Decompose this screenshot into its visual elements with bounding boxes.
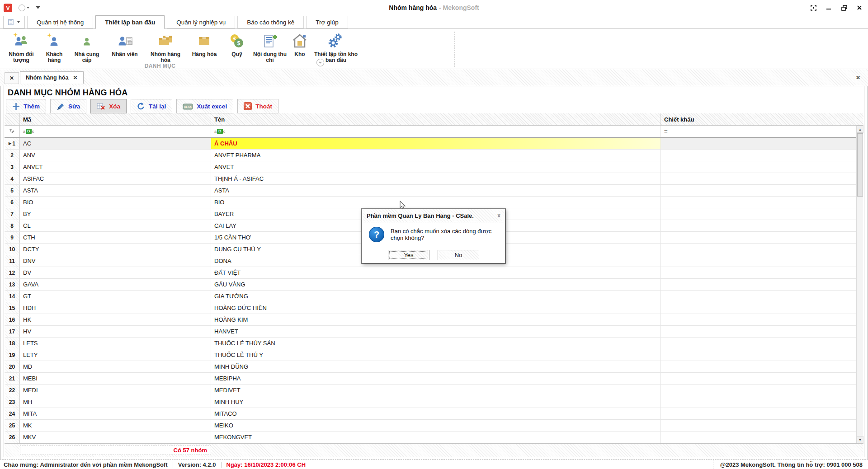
row-number[interactable]: 20 [5,361,20,372]
cell-ten[interactable]: ANVET PHARMA [211,150,661,161]
ribbon-tab-bao-cao-thong-ke[interactable]: Báo cáo thống kê [237,16,304,28]
cell-chiet-khau[interactable] [661,349,856,361]
cell-ten[interactable]: MEBIPHA [211,373,661,384]
cell-ten[interactable]: HOÀNG ĐỨC HIỀN [211,302,661,314]
cell-chiet-khau[interactable] [661,208,856,220]
cell-ma[interactable]: DCTY [20,244,211,255]
cell-ten[interactable]: MEIKO [211,420,661,431]
cell-ma[interactable]: ASTA [20,185,211,196]
cell-chiet-khau[interactable] [661,373,856,384]
cell-ma[interactable]: BIO [20,197,211,208]
cell-ma[interactable]: ANV [20,150,211,161]
scroll-down-icon[interactable]: ▼ [857,436,863,443]
restore-icon[interactable] [841,5,847,11]
close-icon[interactable] [856,5,863,11]
scrollbar-thumb[interactable] [857,133,863,197]
cell-chiet-khau[interactable] [661,220,856,231]
cell-ten[interactable]: HANVET [211,326,661,337]
ribbon-item-nhom-hang-hoa[interactable]: Nhóm hàng hóa [145,31,186,64]
cell-ten[interactable]: MINH DŨNG [211,361,661,372]
fullscreen-icon[interactable] [810,5,816,11]
cell-ma[interactable]: LETY [20,349,211,361]
ribbon-item-quy[interactable]: €$Quỹ [222,31,251,58]
table-row-md[interactable]: 20MDMINH DŨNG [5,361,863,373]
ribbon-item-nha-cung-cap[interactable]: Nhà cung cấp [69,31,105,64]
cell-ma[interactable]: AC [20,138,211,149]
them-button[interactable]: Thêm [6,99,46,113]
thoat-button[interactable]: Thoát [237,99,278,113]
cell-ma[interactable]: HDH [20,302,211,314]
cell-ma[interactable]: HV [20,326,211,337]
cell-ten[interactable]: BIO [211,197,661,208]
cell-ma[interactable]: CTH [20,232,211,243]
filter-input-chiet-khau[interactable]: = [661,126,856,137]
cell-ten[interactable]: ASTA [211,185,661,196]
cell-ma[interactable]: BY [20,208,211,220]
table-row-asifac[interactable]: 4ASIFACTHỊNH Á - ASIFAC [5,173,863,185]
ribbon-item-nhom-doi-tuong[interactable]: Nhóm đối tượng [3,31,40,64]
ribbon-item-khach-hang[interactable]: Khách hàng [40,31,69,64]
cell-ma[interactable]: HK [20,314,211,325]
cell-chiet-khau[interactable] [661,185,856,196]
minimize-icon[interactable] [826,5,832,11]
no-button[interactable]: No [438,250,479,260]
tab-close-icon[interactable]: ✕ [73,75,77,80]
cell-ma[interactable]: MD [20,361,211,372]
cell-ten[interactable]: THUỐC LẺ THỦY SẢN [211,338,661,349]
tab-nhom-hang-hoa[interactable]: Nhóm hàng hóa ✕ [20,71,84,84]
row-number[interactable]: 6 [5,197,20,208]
cell-ma[interactable]: GAVA [20,279,211,290]
table-row-hv[interactable]: 17HVHANVET [5,326,863,338]
cell-ma[interactable]: DNV [20,255,211,267]
row-number[interactable]: 2 [5,150,20,161]
row-number[interactable]: 5 [5,185,20,196]
table-row-gava[interactable]: 13GAVAGẤU VÀNG [5,279,863,291]
cell-chiet-khau[interactable] [661,420,856,431]
cell-chiet-khau[interactable] [661,255,856,267]
grid-header-ma[interactable]: Mã [20,113,211,125]
cell-chiet-khau[interactable] [661,138,856,149]
xuat-excel-button[interactable]: XLSXXuất excel [176,99,233,113]
table-row-hk[interactable]: 16HKHOÀNG KIM [5,314,863,326]
profile-menu-button[interactable] [19,5,29,11]
cell-ma[interactable]: MITA [20,408,211,419]
cell-chiet-khau[interactable] [661,338,856,349]
cell-ma[interactable]: MH [20,396,211,408]
row-number[interactable]: 7 [5,208,20,220]
row-number[interactable]: 21 [5,373,20,384]
cell-ten[interactable]: GIA TƯỜNG [211,291,661,302]
row-number[interactable]: 16 [5,314,20,325]
table-row-mk[interactable]: 25MKMEIKO [5,420,863,431]
table-row-hdh[interactable]: 15HDHHOÀNG ĐỨC HIỀN [5,302,863,314]
ribbon-tab-tro-giup[interactable]: Trợ giúp [306,16,348,28]
tai-lai-button[interactable]: Tải lại [131,99,172,113]
table-row-medi[interactable]: 22MEDIMEDIVET [5,385,863,396]
table-row-anv[interactable]: 2ANVANVET PHARMA [5,150,863,161]
cell-chiet-khau[interactable] [661,197,856,208]
sua-button[interactable]: Sửa [50,99,86,113]
cell-ten[interactable]: GẤU VÀNG [211,279,661,290]
xoa-button[interactable]: Xóa [90,99,127,113]
cell-chiet-khau[interactable] [661,361,856,372]
cell-chiet-khau[interactable] [661,408,856,419]
row-number[interactable]: 23 [5,396,20,408]
cell-ten[interactable]: ĐẤT VIỆT [211,267,661,278]
row-number[interactable]: 17 [5,326,20,337]
cell-chiet-khau[interactable] [661,150,856,161]
row-number[interactable]: 15 [5,302,20,314]
filter-input-ten[interactable]: aBc [211,126,661,137]
cell-chiet-khau[interactable] [661,302,856,314]
cell-chiet-khau[interactable] [661,431,856,443]
yes-button[interactable]: Yes [388,250,429,260]
cell-ten[interactable]: Á CHÂU [211,138,661,149]
vertical-scrollbar[interactable]: ▲ ▼ [856,126,863,443]
row-number[interactable]: 3 [5,161,20,173]
table-row-mkv[interactable]: 26MKVMEKONGVET [5,431,863,443]
grid-header-ten[interactable]: Tên [211,113,661,125]
ribbon-tab-quan-tri-he-thong[interactable]: Quản trị hệ thống [27,16,93,28]
cell-chiet-khau[interactable] [661,232,856,243]
tab-close-left-button[interactable]: ✕ [5,72,19,84]
cell-ten[interactable]: MINH HUY [211,396,661,408]
row-number[interactable]: 25 [5,420,20,431]
cell-ma[interactable]: ASIFAC [20,173,211,184]
